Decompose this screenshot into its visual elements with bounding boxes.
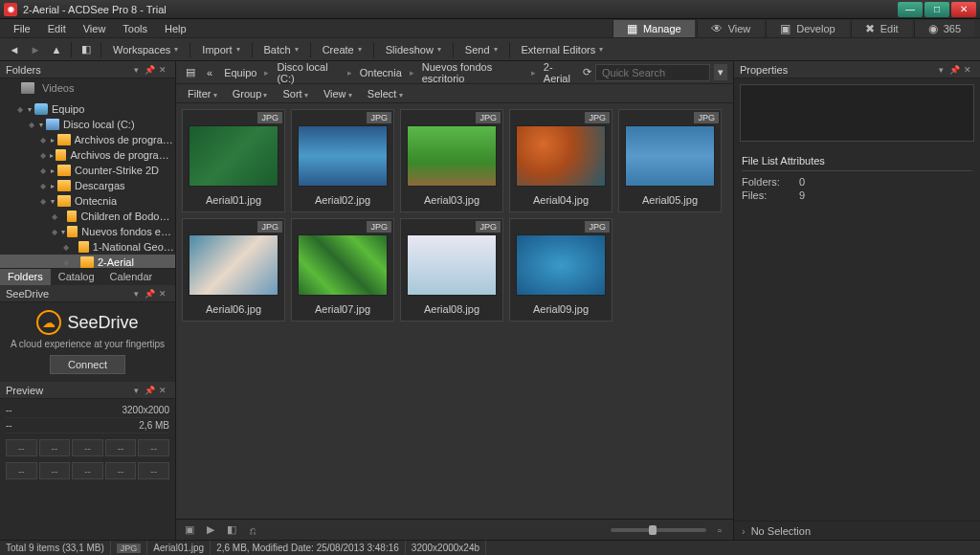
panel-close-icon[interactable]: ✕ [961,65,974,75]
footer-icon-2[interactable]: ▶ [203,522,218,538]
preview-btn-10[interactable]: -- [138,462,169,479]
tab-catalog[interactable]: Catalog [51,269,102,285]
chevron-icon[interactable]: › [742,525,746,537]
breadcrumb-ontecnia[interactable]: Ontecnia [356,65,406,80]
breadcrumb-back-icon[interactable]: « [203,65,216,80]
tree-item-aerial[interactable]: ◆2-Aerial [0,255,175,268]
forward-button[interactable]: ► [27,41,44,58]
connect-button[interactable]: Connect [50,355,125,374]
send-dropdown[interactable]: Send [459,42,503,57]
up-button[interactable]: ▲ [48,41,65,58]
tree-item-arch2[interactable]: ◆▸Archivos de programa (x86) [0,147,175,163]
thumbnail-item[interactable]: JPG Aerial07.jpg [291,218,394,322]
preview-btn-2[interactable]: -- [39,439,71,456]
pin-icon[interactable]: 📌 [947,65,961,75]
search-input[interactable] [595,64,710,81]
preview-btn-8[interactable]: -- [72,462,103,479]
thumbnail-item[interactable]: JPG Aerial05.jpg [618,109,722,212]
menu-view[interactable]: View [76,21,114,36]
preview-btn-4[interactable]: -- [105,439,137,456]
menu-help[interactable]: Help [157,21,194,36]
back-button[interactable]: ◄ [6,41,23,58]
panel-menu-icon[interactable]: ▾ [129,386,143,395]
prop-files-value: 9 [799,189,805,201]
preview-btn-7[interactable]: -- [39,462,71,479]
filter-dropdown[interactable]: Filter [182,86,223,101]
breadcrumb-equipo[interactable]: Equipo [220,65,260,80]
format-badge: JPG [257,221,282,233]
thumbnail-image [407,125,497,187]
tree-item-descargas[interactable]: ◆▸Descargas [0,178,175,193]
tree-item-disco[interactable]: ◆▾Disco local (C:) [0,117,175,132]
thumbnail-item[interactable]: JPG Aerial08.jpg [400,218,503,322]
pin-icon[interactable]: 📌 [143,289,156,299]
external-editors-dropdown[interactable]: External Editors [516,42,610,57]
pin-icon[interactable]: 📌 [143,386,156,395]
tab-calendar[interactable]: Calendar [102,269,161,285]
footer-icon-5[interactable]: ▫ [712,522,727,538]
menu-tools[interactable]: Tools [115,21,155,36]
thumbnail-item[interactable]: JPG Aerial09.jpg [509,218,612,322]
refresh-icon[interactable]: ⟳ [583,66,591,78]
footer-icon-1[interactable]: ▣ [182,522,197,538]
toolbar-icon-1[interactable]: ◧ [78,41,95,58]
breadcrumb-aerial[interactable]: 2-Aerial [540,59,579,86]
tree-item-equipo[interactable]: ◆▾Equipo [0,101,175,117]
panel-menu-icon[interactable]: ▾ [129,65,143,75]
import-dropdown[interactable]: Import [196,42,245,57]
select-dropdown[interactable]: Select [362,86,409,101]
tab-folders[interactable]: Folders [0,269,51,285]
mode-tab-edit[interactable]: ✖Edit [851,20,912,37]
preview-btn-9[interactable]: -- [105,462,137,479]
workspaces-dropdown[interactable]: Workspaces [107,42,184,57]
tree-item-arch1[interactable]: ◆▸Archivos de programa [0,132,175,147]
breadcrumb-disco[interactable]: Disco local (C:) [273,59,343,86]
group-dropdown[interactable]: Group [227,86,274,101]
sort-dropdown[interactable]: Sort [278,86,314,101]
breadcrumb-history-icon[interactable]: ▤ [182,64,199,80]
thumbnail-item[interactable]: JPG Aerial06.jpg [182,218,285,322]
create-dropdown[interactable]: Create [317,42,368,57]
mode-tab-view[interactable]: 👁View [697,20,765,37]
file-list-attributes-header: File List Attributes [742,151,972,171]
tree-item-nuevos[interactable]: ◆▾Nuevos fondos escritorio [0,224,175,239]
tree-item-natgeo[interactable]: ◆1-National Geographic [0,239,175,255]
title-bar: ◉ 2-Aerial - ACDSee Pro 8 - Trial — □ ✕ [0,0,980,19]
preview-btn-1[interactable]: -- [6,439,37,456]
panel-close-icon[interactable]: ✕ [156,65,169,75]
tree-item-cob[interactable]: ◆Children of Bodom 2005 A [0,209,175,224]
footer-icon-4[interactable]: ⎌ [245,522,260,538]
menu-edit[interactable]: Edit [40,21,74,36]
status-total: Total 9 items (33,1 MB) [0,541,111,555]
thumbnail-item[interactable]: JPG Aerial03.jpg [400,109,503,212]
tree-item-cs2d[interactable]: ◆▸Counter-Strike 2D [0,163,175,178]
panel-menu-icon[interactable]: ▾ [934,65,947,75]
pin-icon[interactable]: 📌 [143,65,156,75]
footer-icon-3[interactable]: ◧ [224,522,239,538]
slideshow-dropdown[interactable]: Slideshow [380,42,447,57]
batch-dropdown[interactable]: Batch [258,42,304,57]
mode-tab-manage[interactable]: ▦Manage [612,20,695,37]
menu-file[interactable]: File [6,21,38,36]
mode-tab-365[interactable]: ◉365 [914,20,974,37]
panel-close-icon[interactable]: ✕ [156,289,169,299]
thumbnail-item[interactable]: JPG Aerial01.jpg [182,109,285,212]
thumbnail-caption: Aerial04.jpg [510,190,612,211]
preview-btn-3[interactable]: -- [72,439,103,456]
window-close-button[interactable]: ✕ [951,2,976,17]
preview-btn-6[interactable]: -- [6,462,37,479]
panel-menu-icon[interactable]: ▾ [129,289,143,299]
view-dropdown[interactable]: View [318,86,358,101]
thumbnail-size-slider[interactable] [611,528,706,532]
breadcrumb-nuevos[interactable]: Nuevos fondos escritorio [418,59,527,86]
window-maximize-button[interactable]: □ [924,2,949,17]
tree-item-videos[interactable]: Videos [0,80,175,96]
search-dropdown-icon[interactable]: ▾ [714,64,727,80]
mode-tab-develop[interactable]: ▣Develop [766,20,848,37]
preview-btn-5[interactable]: -- [138,439,169,456]
window-minimize-button[interactable]: — [898,2,923,17]
panel-close-icon[interactable]: ✕ [156,386,169,395]
thumbnail-item[interactable]: JPG Aerial02.jpg [291,109,394,212]
thumbnail-item[interactable]: JPG Aerial04.jpg [509,109,612,212]
tree-item-ontecnia[interactable]: ◆▾Ontecnia [0,193,175,209]
